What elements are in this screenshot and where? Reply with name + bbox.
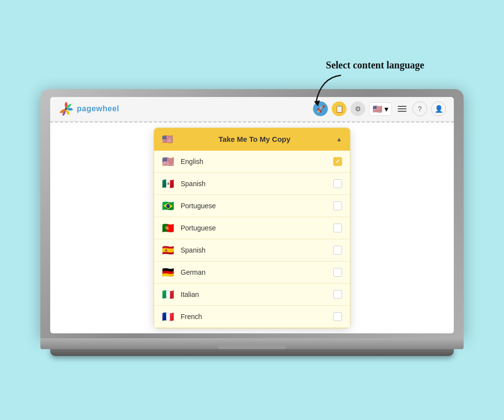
- portuguese-pt-flag-icon: 🇵🇹: [162, 222, 176, 234]
- svg-marker-0: [314, 100, 320, 106]
- language-name-german: German: [181, 268, 328, 276]
- german-flag-icon: 🇩🇪: [162, 266, 176, 278]
- language-item-english[interactable]: 🇺🇸 English: [154, 151, 350, 173]
- english-checkbox[interactable]: [333, 157, 342, 166]
- annotation-arrow: [311, 73, 350, 107]
- svg-point-1: [65, 108, 67, 110]
- english-flag-icon: 🇺🇸: [162, 156, 176, 167]
- language-name-portuguese-br: Portuguese: [181, 202, 328, 210]
- language-item-italian[interactable]: 🇮🇹 Italian: [154, 284, 350, 306]
- laptop-screen: pagewheel 🚀 📋 ⚙ 🇺🇸: [50, 97, 454, 333]
- language-name-italian: Italian: [181, 291, 328, 298]
- language-list: 🇺🇸 English 🇲🇽 Spanish 🇧🇷: [154, 151, 350, 328]
- portuguese-br-checkbox[interactable]: [333, 201, 342, 210]
- german-checkbox[interactable]: [333, 268, 342, 277]
- screen-content: 🇺🇸 Take Me To My Copy ▲ 🇺🇸 English: [50, 122, 454, 333]
- dropdown-header-title: Take Me To My Copy: [178, 135, 331, 143]
- chevron-up-icon: ▲: [336, 136, 342, 143]
- header-flag-icon: 🇺🇸: [162, 134, 173, 145]
- language-item-french[interactable]: 🇫🇷 French: [154, 306, 350, 328]
- spanish-es-checkbox[interactable]: [333, 246, 342, 255]
- logo-text: pagewheel: [77, 104, 119, 113]
- dashed-divider: [50, 122, 454, 123]
- language-item-portuguese-pt[interactable]: 🇵🇹 Portuguese: [154, 217, 350, 239]
- french-flag-icon: 🇫🇷: [162, 311, 176, 323]
- laptop-bezel: pagewheel 🚀 📋 ⚙ 🇺🇸: [40, 89, 464, 338]
- dropdown-header[interactable]: 🇺🇸 Take Me To My Copy ▲: [154, 128, 350, 151]
- user-icon: 👤: [435, 105, 443, 113]
- language-item-spanish-mx[interactable]: 🇲🇽 Spanish: [154, 173, 350, 195]
- language-name-spanish-es: Spanish: [181, 246, 328, 254]
- language-name-portuguese-pt: Portuguese: [181, 224, 328, 232]
- language-dropdown-panel[interactable]: 🇺🇸 Take Me To My Copy ▲ 🇺🇸 English: [154, 128, 350, 328]
- portuguese-pt-checkbox[interactable]: [333, 224, 342, 232]
- laptop-base: [40, 338, 464, 349]
- italian-checkbox[interactable]: [333, 290, 342, 299]
- language-item-portuguese-br[interactable]: 🇧🇷 Portuguese: [154, 195, 350, 217]
- spanish-mx-checkbox[interactable]: [333, 179, 342, 188]
- user-profile-button[interactable]: 👤: [431, 101, 446, 116]
- logo-pinwheel-icon: [58, 101, 74, 117]
- portuguese-br-flag-icon: 🇧🇷: [162, 200, 176, 212]
- annotation: Select content language: [311, 60, 424, 107]
- logo-area: pagewheel: [58, 101, 307, 117]
- french-checkbox[interactable]: [333, 312, 342, 321]
- spanish-mx-flag-icon: 🇲🇽: [162, 178, 176, 190]
- language-name-english: English: [181, 158, 328, 165]
- language-name-spanish-mx: Spanish: [181, 180, 328, 188]
- italian-flag-icon: 🇮🇹: [162, 289, 176, 300]
- language-name-french: French: [181, 313, 328, 321]
- language-item-german[interactable]: 🇩🇪 German: [154, 261, 350, 284]
- annotation-text: Select content language: [326, 60, 424, 71]
- laptop: pagewheel 🚀 📋 ⚙ 🇺🇸: [40, 89, 464, 356]
- spanish-es-flag-icon: 🇪🇸: [162, 244, 176, 256]
- scene: Select content language: [40, 65, 464, 356]
- laptop-bottom: [50, 349, 454, 356]
- language-item-spanish-es[interactable]: 🇪🇸 Spanish: [154, 239, 350, 261]
